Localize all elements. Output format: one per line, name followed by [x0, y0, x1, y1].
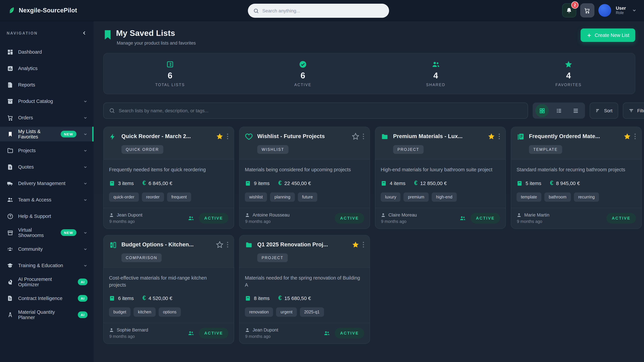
- list-card[interactable]: Quick Reorder - March 2... QUICK ORDER: [103, 127, 234, 229]
- tag-chip: planning: [270, 192, 295, 202]
- user-block: User Role: [616, 5, 626, 15]
- user-avatar[interactable]: [598, 4, 611, 17]
- favorite-star-icon[interactable]: [488, 133, 495, 140]
- sidebar-item-material-quantity-planner[interactable]: Material Quantity Planner AI: [0, 307, 94, 322]
- stat-value: 4: [433, 71, 438, 80]
- tag-chip: premium: [404, 192, 429, 202]
- truck-icon: [7, 180, 14, 187]
- sidebar-item-virtual-showrooms[interactable]: Virtual Showrooms NEW: [0, 225, 94, 240]
- global-search[interactable]: [248, 4, 389, 18]
- sidebar-item-quotes[interactable]: $ Quotes: [0, 160, 94, 174]
- more-menu-icon[interactable]: [362, 133, 364, 140]
- cart-button[interactable]: [580, 3, 594, 17]
- stats-summary: 6 TOTAL LISTS 6 ACTIVE: [103, 53, 635, 94]
- list-view-button[interactable]: [552, 104, 566, 117]
- sidebar-item-label: Dashboard: [18, 49, 42, 55]
- list-search[interactable]: [103, 103, 528, 119]
- more-menu-icon[interactable]: [634, 133, 636, 140]
- euro-icon: €: [142, 295, 146, 302]
- tag-chip: frequent: [167, 192, 191, 202]
- grid-view-button[interactable]: [535, 104, 549, 117]
- list-type-badge: QUICK ORDER: [122, 145, 163, 154]
- zap-icon: [109, 132, 118, 141]
- items-box-icon: [516, 180, 522, 187]
- list-price: 4 520,00 €: [148, 295, 172, 301]
- favorite-star-icon[interactable]: [624, 133, 631, 140]
- sidebar-item-help-support[interactable]: Help & Support: [0, 209, 94, 224]
- sidebar-item-analytics[interactable]: Analytics: [0, 61, 94, 76]
- sidebar-item-my-lists-favorites[interactable]: My Lists & Favorites NEW: [0, 127, 94, 141]
- sidebar-item-label: Projects: [18, 148, 36, 153]
- sidebar-item-label: Analytics: [18, 66, 38, 71]
- list-card[interactable]: Budget Options - Kitchen... COMPARISON: [103, 235, 234, 344]
- tag-chip: luxury: [381, 192, 401, 202]
- list-card[interactable]: Frequently Ordered Mate... TEMPLATE Sta: [511, 127, 642, 229]
- global-search-input[interactable]: [262, 8, 384, 13]
- sidebar-item-ai-procurement-optimizer[interactable]: AI Procurement Optimizer AI: [0, 275, 94, 289]
- tag-chip: options: [159, 307, 181, 317]
- sidebar-item-label: My Lists & Favorites: [18, 129, 51, 139]
- owner-name: Jean Dupont: [117, 213, 142, 218]
- sidebar-item-label: AI Procurement Optimizer: [18, 277, 68, 287]
- tag-chip: recurring: [574, 192, 599, 202]
- sidebar-item-training-education[interactable]: Training & Education: [0, 258, 94, 273]
- sidebar-item-dashboard[interactable]: Dashboard: [0, 44, 94, 59]
- list-card[interactable]: Q1 2025 Renovation Proj... PROJECT Mate: [239, 235, 370, 344]
- sidebar-collapse-button[interactable]: [82, 30, 87, 35]
- user-name: User: [616, 5, 626, 11]
- page-subtitle: Manage your product lists and favorites: [117, 40, 196, 45]
- brand: Nexgile-SourcePilot: [8, 6, 77, 14]
- favorite-star-icon[interactable]: [216, 133, 224, 140]
- favorite-star-icon[interactable]: [216, 241, 224, 248]
- user-menu-chevron-icon[interactable]: [632, 8, 636, 13]
- more-menu-icon[interactable]: [227, 241, 228, 248]
- more-menu-icon[interactable]: [362, 241, 364, 248]
- create-new-list-button[interactable]: Create New List: [580, 28, 635, 42]
- tag-chip: urgent: [276, 307, 297, 317]
- items-count: 9 items: [254, 180, 270, 186]
- stat-shared: 4 SHARED: [369, 60, 502, 87]
- more-menu-icon[interactable]: [498, 133, 500, 140]
- sort-button[interactable]: Sort: [590, 103, 618, 119]
- more-menu-icon[interactable]: [227, 133, 228, 140]
- sidebar-item-label: Material Quantity Planner: [18, 309, 68, 320]
- comparison-icon: [109, 241, 118, 249]
- sidebar-item-community[interactable]: Community: [0, 242, 94, 256]
- list-search-input[interactable]: [119, 108, 522, 113]
- favorite-star-icon[interactable]: [352, 133, 359, 140]
- analytics-icon: [7, 65, 14, 72]
- folder-icon: [245, 241, 254, 249]
- owner-name: Antoine Rousseau: [252, 213, 290, 218]
- sidebar-item-product-catalog[interactable]: Product Catalog: [0, 94, 94, 109]
- rows-view-button[interactable]: [569, 104, 582, 117]
- sidebar-item-orders[interactable]: Orders: [0, 110, 94, 125]
- list-price: 22 450,00 €: [284, 180, 311, 186]
- sidebar-item-label: Delivery Management: [18, 181, 66, 186]
- filter-button[interactable]: Filter: [623, 103, 644, 119]
- bell-icon: [566, 7, 572, 13]
- sort-label: Sort: [604, 108, 612, 113]
- items-box-icon: [245, 180, 251, 187]
- stat-value: 4: [566, 71, 571, 80]
- list-price: 8 945,00 €: [556, 180, 580, 186]
- sidebar-item-label: Product Catalog: [18, 98, 53, 104]
- owner-name: Claire Moreau: [388, 213, 417, 218]
- status-badge: ACTIVE: [335, 213, 364, 224]
- favorite-star-icon[interactable]: [352, 241, 359, 248]
- sidebar-item-delivery-management[interactable]: Delivery Management: [0, 176, 94, 191]
- leaf-logo-icon: [8, 6, 16, 14]
- sidebar-item-team-access[interactable]: Team & Access: [0, 192, 94, 207]
- sidebar-item-projects[interactable]: Projects: [0, 143, 94, 158]
- list-card[interactable]: Wishlist - Future Projects WISHLIST Mat: [239, 127, 370, 229]
- document-icon: [7, 295, 14, 302]
- heart-icon: [245, 132, 254, 141]
- items-count: 6 items: [118, 296, 134, 301]
- chevron-down-icon: [83, 263, 88, 268]
- community-icon: [7, 246, 14, 252]
- notifications-button[interactable]: 2: [562, 3, 576, 17]
- sidebar-item-reports[interactable]: Reports: [0, 77, 94, 92]
- search-icon: [253, 8, 259, 13]
- list-card[interactable]: Premium Materials - Lux... PROJECT High: [375, 127, 506, 229]
- status-badge: ACTIVE: [199, 213, 228, 224]
- sidebar-item-contract-intelligence[interactable]: Contract Intelligence AI: [0, 291, 94, 306]
